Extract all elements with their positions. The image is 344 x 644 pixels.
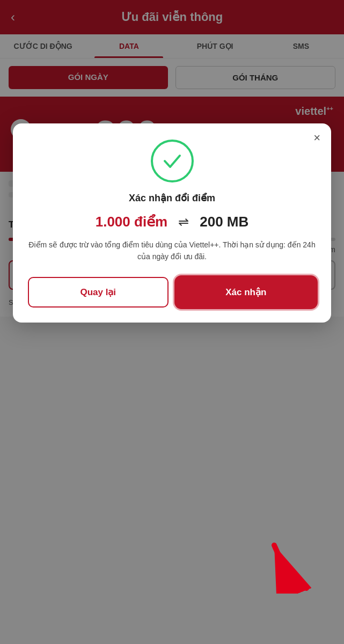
modal-exchange-arrow: ⇌ [178, 215, 189, 230]
modal-mb-label: 200 MB [200, 214, 248, 230]
modal-title: Xác nhận đổi điểm [28, 192, 316, 204]
checkmark-icon [160, 149, 184, 173]
modal-description: Điểm sẽ được trừ vào tổng điểm tiêu dùng… [28, 239, 316, 263]
modal-points-label: 1.000 điểm [96, 214, 168, 230]
modal-buttons: Quay lại Xác nhận [28, 277, 316, 308]
confirm-button[interactable]: Xác nhận [176, 277, 317, 308]
modal-close-button[interactable]: × [313, 132, 320, 144]
modal-exchange-row: 1.000 điểm ⇌ 200 MB [28, 214, 316, 230]
cancel-button[interactable]: Quay lại [28, 277, 169, 308]
modal-icon-wrap [28, 140, 316, 182]
confirm-modal: × Xác nhận đổi điểm 1.000 điểm ⇌ 200 MB … [13, 123, 331, 323]
modal-check-circle [151, 140, 194, 182]
